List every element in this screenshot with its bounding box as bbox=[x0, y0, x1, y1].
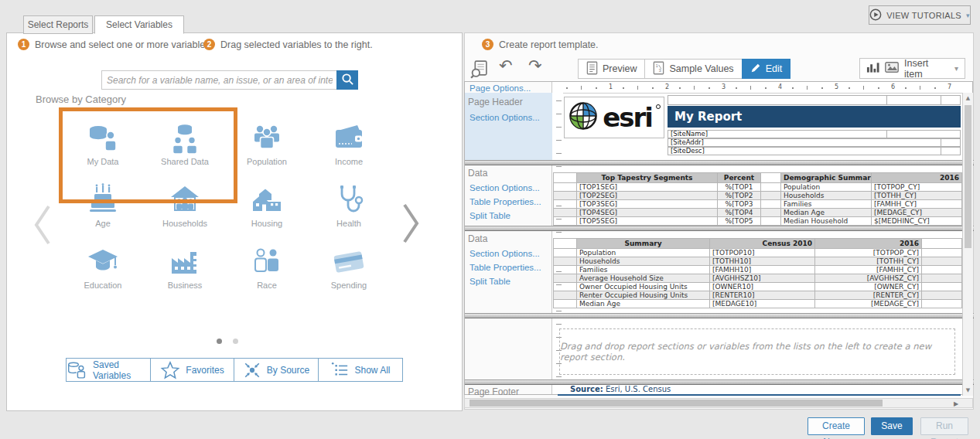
tab-select-variables[interactable]: Select Variables bbox=[94, 15, 184, 34]
category-health[interactable]: Health bbox=[308, 171, 390, 233]
carousel-left-arrow[interactable] bbox=[30, 202, 53, 251]
by-source-button[interactable]: By Source bbox=[234, 358, 319, 382]
vertical-scroll-thumb[interactable] bbox=[965, 105, 971, 248]
category-my-data[interactable]: My Data bbox=[62, 109, 144, 171]
preview-button[interactable]: Preview bbox=[578, 59, 645, 79]
step-2-badge: 2 bbox=[203, 39, 215, 50]
variable-search-input[interactable] bbox=[101, 70, 338, 90]
page-footer-content[interactable]: Source: Esri, U.S. Census bbox=[558, 385, 961, 396]
insert-item-dropdown[interactable]: Insert item ▾ bbox=[859, 58, 965, 79]
category-income[interactable]: Income bbox=[308, 109, 390, 171]
select-variables-panel: 1 Browse and select one or more variable… bbox=[6, 32, 463, 411]
split-table-link[interactable]: Split Table bbox=[470, 277, 510, 286]
table-cell: %[TOP2 bbox=[718, 192, 761, 200]
button-label: By Source bbox=[267, 365, 309, 376]
column-header bbox=[554, 173, 577, 183]
category-education[interactable]: Education bbox=[62, 233, 144, 294]
section-options--link[interactable]: Section Options... bbox=[470, 183, 540, 192]
category-households[interactable]: Households bbox=[144, 171, 226, 233]
vertical-scrollbar[interactable]: ▲ ▼ bbox=[962, 93, 973, 396]
education-icon bbox=[86, 245, 120, 279]
table-header-row: Top Tapestry SegmentsPercentDemographic … bbox=[554, 173, 962, 183]
category-label: Race bbox=[257, 281, 277, 290]
browse-by-category-title: Browse by Category bbox=[36, 94, 126, 105]
table-cell bbox=[922, 283, 962, 291]
search-document-icon[interactable] bbox=[470, 60, 489, 82]
redo-icon[interactable]: ↷ bbox=[528, 57, 542, 73]
tapestry-demographic-table[interactable]: Top Tapestry SegmentsPercentDemographic … bbox=[553, 172, 962, 226]
summary-census-table[interactable]: SummaryCensus 20102016Population[TOTPOP1… bbox=[553, 238, 962, 308]
housing-icon bbox=[250, 183, 284, 217]
age-icon bbox=[86, 183, 120, 217]
show-all-button[interactable]: Show All bbox=[318, 358, 403, 382]
table-cell: [TOTHH_CY] bbox=[872, 192, 962, 200]
pager-dot-inactive[interactable] bbox=[233, 339, 238, 344]
horizontal-scroll-thumb[interactable] bbox=[470, 400, 883, 407]
run-report-button[interactable]: Run Report bbox=[920, 417, 968, 435]
section-separator[interactable] bbox=[465, 160, 974, 165]
section-options-link[interactable]: Section Options... bbox=[470, 113, 540, 122]
category-race[interactable]: Race bbox=[226, 233, 308, 294]
table-row: [TOP5SEG]%[TOP5Median Household$[MEDHINC… bbox=[554, 217, 962, 226]
scroll-up-icon[interactable]: ▲ bbox=[963, 95, 973, 101]
horizontal-scrollbar[interactable]: ▶ bbox=[464, 398, 973, 408]
search-button[interactable] bbox=[336, 70, 358, 90]
step-1-badge: 1 bbox=[18, 39, 29, 50]
favorites-button[interactable]: Favorites bbox=[150, 358, 234, 382]
source-text: Esri, U.S. Census bbox=[606, 385, 671, 393]
view-tutorials-button[interactable]: VIEW TUTORIALS ▾ bbox=[869, 5, 971, 25]
table-row: Households[TOTHH10][TOTHH_CY] bbox=[554, 257, 962, 266]
sample-values-button[interactable]: 13 Sample Values bbox=[644, 59, 742, 79]
create-new-button[interactable]: Create New... bbox=[808, 417, 865, 435]
column-header: Census 2010 bbox=[710, 239, 815, 249]
table-row: Owner Occupied Housing Units[OWNER10][OW… bbox=[554, 283, 962, 291]
page-options-link[interactable]: Page Options... bbox=[470, 83, 531, 93]
category-label: My Data bbox=[87, 157, 119, 166]
pager-dot-active[interactable] bbox=[217, 339, 222, 344]
section-separator[interactable] bbox=[465, 226, 974, 231]
category-label: Shared Data bbox=[161, 157, 209, 166]
carousel-right-arrow[interactable] bbox=[400, 200, 423, 250]
category-grid: My DataShared DataPopulationIncomeAgeHou… bbox=[62, 109, 390, 294]
table-properties--link[interactable]: Table Properties... bbox=[470, 197, 541, 206]
undo-icon[interactable]: ↶ bbox=[499, 57, 513, 73]
table-properties--link[interactable]: Table Properties... bbox=[470, 263, 541, 272]
site-addr-field[interactable]: [SiteAddr] bbox=[668, 138, 961, 147]
tab-select-reports[interactable]: Select Reports bbox=[23, 15, 93, 34]
category-population[interactable]: Population bbox=[226, 109, 308, 171]
site-desc-field[interactable]: [SiteDesc] bbox=[668, 147, 961, 155]
category-label: Households bbox=[162, 219, 207, 228]
report-title-bar[interactable]: My Report bbox=[668, 106, 961, 128]
category-housing[interactable]: Housing bbox=[226, 171, 308, 233]
report-dropzone[interactable]: Drag and drop report sections or variabl… bbox=[559, 328, 955, 375]
scroll-down-icon[interactable]: ▼ bbox=[963, 387, 973, 393]
mode-button-group: Preview 13 Sample Values Edit bbox=[579, 59, 790, 79]
table-cell: [AVGHHSZ_CY] bbox=[815, 274, 922, 283]
table-row: Families[FAMHH10][FAMHH_CY] bbox=[554, 266, 962, 274]
table-cell bbox=[922, 274, 962, 283]
view-tutorials-label: VIEW TUTORIALS bbox=[886, 11, 961, 20]
households-icon bbox=[168, 183, 202, 217]
category-business[interactable]: Business bbox=[144, 233, 226, 294]
edit-button[interactable]: Edit bbox=[742, 59, 791, 79]
table-cell: [OWNER10] bbox=[710, 283, 815, 291]
category-shared-data[interactable]: Shared Data bbox=[144, 109, 226, 171]
section-separator[interactable] bbox=[465, 379, 974, 385]
scroll-right-icon[interactable]: ▶ bbox=[954, 400, 958, 407]
category-age[interactable]: Age bbox=[62, 171, 144, 233]
variable-source-buttons: Saved VariablesFavoritesBy SourceShow Al… bbox=[67, 358, 403, 382]
category-spending[interactable]: Spending bbox=[308, 233, 390, 294]
dropzone-hint: Drag and drop report sections or variabl… bbox=[560, 341, 954, 362]
section-options--link[interactable]: Section Options... bbox=[470, 249, 540, 258]
registered-mark bbox=[656, 104, 661, 109]
site-name-field[interactable]: [SiteName] bbox=[668, 130, 961, 138]
split-table-link[interactable]: Split Table bbox=[470, 211, 510, 220]
table-cell bbox=[922, 266, 962, 274]
section-separator[interactable] bbox=[465, 313, 974, 318]
button-label: Saved Variables bbox=[93, 359, 150, 381]
save-button[interactable]: Save bbox=[871, 417, 913, 435]
table-cell bbox=[922, 300, 962, 308]
saved-variables-button[interactable]: Saved Variables bbox=[66, 358, 151, 382]
column-header: Demographic Summary bbox=[781, 173, 872, 183]
table-cell: Population bbox=[781, 183, 872, 192]
